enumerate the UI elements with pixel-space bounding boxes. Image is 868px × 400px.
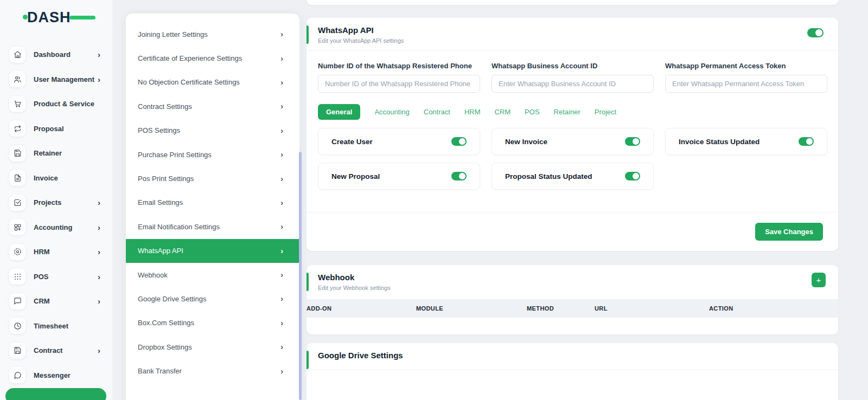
settings-menu-item[interactable]: Dropbox Settings › [126, 335, 299, 359]
sidebar-item[interactable]: User Management › [0, 67, 112, 92]
sidebar-item[interactable]: POS › [0, 264, 112, 289]
chevron-right-icon: › [280, 55, 283, 62]
sidebar-item[interactable]: Messenger › [0, 363, 112, 388]
sidebar-item-label: User Management [34, 75, 98, 83]
sidebar-item-label: Contract [34, 346, 98, 354]
settings-menu-item[interactable]: Email Settings › [126, 191, 299, 215]
chevron-right-icon: › [280, 127, 283, 134]
sidebar-bottom-pill[interactable] [5, 388, 106, 400]
webhook-column-header: ACTION [709, 305, 733, 312]
chevron-right-icon: › [98, 248, 100, 256]
sidebar-item-label: Product & Service [34, 100, 112, 108]
module-tab[interactable]: Project [595, 104, 616, 120]
sidebar-item-icon [9, 244, 25, 260]
sidebar-item[interactable]: Projects › [0, 190, 112, 215]
app-logo[interactable]: DASH [27, 8, 87, 27]
sidebar-item-label: HRM [34, 248, 98, 256]
settings-menu-item[interactable]: Google Drive Settings › [126, 287, 299, 311]
sidebar-item-icon [9, 268, 25, 285]
chevron-right-icon: › [280, 79, 283, 86]
chevron-right-icon: › [98, 198, 100, 207]
form-field: Whatsapp Permanent Access Token [665, 59, 827, 93]
sidebar-item[interactable]: Contract › [0, 338, 112, 363]
settings-panel-scrollbar[interactable] [299, 152, 302, 400]
settings-menu-item-label: Contract Settings [138, 102, 280, 111]
sidebar-item-icon [9, 195, 25, 211]
settings-menu-item[interactable]: WhatsApp API › [126, 239, 299, 263]
chevron-right-icon: › [280, 271, 283, 279]
module-tab[interactable]: CRM [495, 104, 511, 120]
settings-menu-item-label: No Objection Certificate Settings [138, 78, 280, 86]
notification-toggle[interactable] [451, 172, 467, 180]
notification-switch-grid: Create User New Invoice Invoice Status U… [318, 128, 827, 190]
settings-menu-item[interactable]: Certificate of Experience Settings › [126, 46, 299, 70]
whatsapp-api-enable-toggle[interactable] [807, 28, 824, 37]
webhook-title: Webhook [318, 273, 827, 282]
chevron-right-icon: › [280, 367, 283, 375]
module-tab[interactable]: Contract [424, 104, 450, 120]
settings-menu-item[interactable]: Bank Transfer › [126, 359, 299, 383]
settings-menu-item[interactable]: Joining Letter Settings › [126, 22, 299, 46]
sidebar-item-label: POS [34, 273, 98, 281]
settings-menu-item[interactable]: Contract Settings › [126, 94, 299, 118]
sidebar-item-icon [9, 170, 25, 186]
notification-toggle[interactable] [625, 137, 640, 146]
settings-menu-item[interactable]: Purchase Print Settings › [126, 143, 299, 166]
module-tab[interactable]: General [318, 104, 360, 120]
module-tab[interactable]: POS [525, 104, 539, 120]
settings-menu-item-label: Joining Letter Settings [138, 30, 280, 38]
notification-switch-card: Invoice Status Updated [665, 128, 827, 155]
field-input[interactable] [492, 75, 654, 93]
module-tab[interactable]: Accounting [374, 104, 409, 120]
chevron-right-icon: › [280, 175, 283, 183]
sidebar-item[interactable]: Invoice › [0, 166, 112, 191]
settings-menu-item[interactable]: Pos Print Settings › [126, 166, 299, 190]
main-sidebar: DASH Dashboard › User Management › Produ… [0, 0, 112, 400]
chevron-right-icon: › [98, 223, 100, 231]
sidebar-item[interactable]: HRM › [0, 240, 112, 264]
chevron-right-icon: › [280, 102, 283, 110]
add-webhook-button[interactable]: + [812, 273, 826, 287]
sidebar-item[interactable]: Dashboard › [0, 42, 112, 67]
chevron-right-icon: › [280, 247, 283, 255]
google-drive-header: Google Drive Settings [307, 343, 838, 366]
whatsapp-api-header: WhatsApp API Edit your WhatsApp API sett… [307, 18, 838, 50]
notification-toggle[interactable] [625, 172, 640, 180]
webhook-table-header: ADD-ONMODULEMETHODURLACTION [307, 299, 838, 318]
sidebar-item[interactable]: Retainer › [0, 141, 112, 166]
notification-toggle[interactable] [451, 137, 467, 146]
chevron-right-icon: › [280, 223, 283, 230]
settings-menu-item-label: Certificate of Experience Settings [138, 54, 280, 62]
settings-menu-item[interactable]: Box.Com Settings › [126, 311, 299, 335]
module-tab[interactable]: HRM [464, 104, 481, 120]
sidebar-item[interactable]: Proposal › [0, 117, 112, 141]
sidebar-item-label: CRM [34, 297, 98, 305]
webhook-card: Webhook Edit your Webhook settings + ADD… [307, 265, 838, 334]
form-field: Whatsapp Business Account ID [492, 59, 654, 93]
sidebar-item[interactable]: CRM › [0, 289, 112, 314]
module-tab[interactable]: Retainer [554, 104, 580, 120]
sidebar-item[interactable]: Timesheet › [0, 314, 112, 339]
settings-menu-item[interactable]: No Objection Certificate Settings › [126, 70, 299, 94]
settings-menu-item[interactable]: Email Notification Settings › [126, 215, 299, 238]
chevron-right-icon: › [280, 319, 283, 327]
sidebar-item-label: Messenger [34, 371, 112, 379]
settings-menu-panel: Joining Letter Settings › Certificate of… [126, 14, 299, 400]
settings-menu-item-label: Purchase Print Settings [138, 151, 280, 159]
sidebar-item-label: Timesheet [34, 322, 112, 330]
settings-menu-item-label: Bank Transfer [138, 367, 280, 375]
notification-switch-card: New Proposal [318, 163, 480, 190]
google-drive-settings-card: Google Drive Settings [307, 343, 838, 400]
field-input[interactable] [318, 75, 480, 93]
settings-menu-item[interactable]: Webhook › [126, 263, 299, 287]
sidebar-item[interactable]: Accounting › [0, 215, 112, 240]
field-input[interactable] [665, 75, 827, 93]
chevron-right-icon: › [98, 75, 100, 83]
settings-menu-item[interactable]: POS Settings › [126, 119, 299, 143]
logo-dot-accent [23, 15, 28, 20]
notification-toggle[interactable] [799, 137, 814, 146]
save-changes-button[interactable]: Save Changes [755, 223, 823, 241]
sidebar-item-label: Invoice [34, 174, 112, 182]
webhook-column-header: ADD-ON [307, 305, 416, 312]
sidebar-item[interactable]: Product & Service › [0, 92, 112, 117]
